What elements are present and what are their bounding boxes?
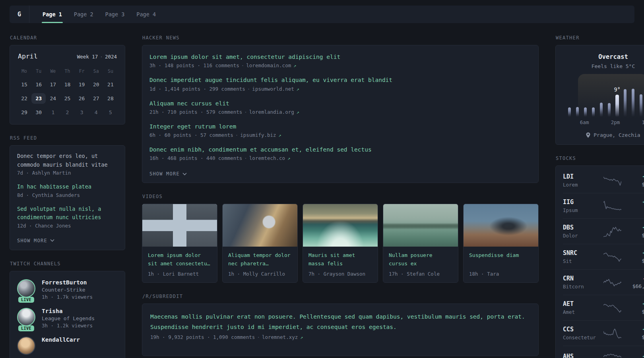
calendar-year: 2024 bbox=[105, 54, 117, 60]
page-tabs: Page 1 Page 2 Page 3 Page 4 bbox=[37, 6, 162, 23]
stock-row[interactable]: AHS +0.46% bbox=[563, 346, 644, 358]
hackernews-show-more-button[interactable]: SHOW MORE bbox=[149, 171, 187, 177]
weather-widget: WEATHER Overcast Feels like 5°C 9° 6am 2… bbox=[555, 35, 644, 145]
stock-identity: CRN Bitcorn bbox=[563, 275, 599, 290]
weather-time-axis: 6am 2pm 10pm bbox=[563, 119, 644, 126]
weather-hour-slot bbox=[605, 103, 613, 117]
weather-time-label: 6am bbox=[580, 119, 589, 126]
stock-identity: LDI Lorem bbox=[563, 173, 599, 188]
stock-price: $795.18 bbox=[625, 181, 644, 187]
channel-name[interactable]: ForrestBurton bbox=[42, 279, 93, 286]
channel-avatar: LIVE bbox=[17, 279, 35, 300]
rss-show-more-button[interactable]: SHOW MORE bbox=[17, 238, 54, 243]
stock-sparkline bbox=[603, 200, 621, 212]
video-card-body: Lorem ipsum dolor sit amet consectetu… 1… bbox=[142, 247, 217, 282]
calendar-weekday: Mo bbox=[17, 66, 31, 76]
stock-row[interactable]: IIG Ipsum +2.84% $42.04 bbox=[563, 193, 644, 218]
page-tab[interactable]: Page 1 bbox=[37, 6, 68, 23]
hn-story-title-link[interactable]: Donec enim nibh, condimentum et accumsan… bbox=[149, 146, 531, 154]
hn-story-title-link[interactable]: Integer eget rutrum lorem bbox=[149, 123, 531, 130]
external-link-icon: ↗ bbox=[287, 156, 290, 161]
video-card[interactable]: Mauris sit amet massa felis 7h · Grayson… bbox=[303, 204, 378, 283]
calendar-weekday: We bbox=[46, 66, 60, 76]
page-tab[interactable]: Page 2 bbox=[68, 6, 99, 23]
stock-name: Amet bbox=[563, 309, 599, 315]
calendar-weekday: Tu bbox=[31, 66, 46, 76]
weather-time-label: 2pm bbox=[611, 119, 620, 126]
video-card[interactable]: Suspendisse diam 18h · Tara bbox=[463, 204, 539, 283]
app-logo[interactable]: G bbox=[10, 6, 29, 23]
separator-dot: · bbox=[247, 86, 250, 92]
video-title-link[interactable]: Aliquam tempor dolor nec pharetra… bbox=[228, 251, 292, 268]
hn-story-domain-link[interactable]: ipsumworld.net bbox=[252, 86, 294, 92]
hn-story-domain-link[interactable]: loremlandia.org bbox=[249, 109, 294, 115]
hn-story-title-link[interactable]: Donec imperdiet augue tincidunt felis al… bbox=[149, 76, 531, 84]
channel-name[interactable]: KendallCarr bbox=[42, 337, 80, 343]
stock-identity: IIG Ipsum bbox=[563, 198, 599, 213]
weather-bars: 9° bbox=[565, 78, 644, 117]
hn-story-domain-link[interactable]: ipsumify.biz bbox=[240, 132, 276, 138]
stock-row[interactable]: CCS Consectetur +0.51% $165.84 bbox=[563, 320, 644, 346]
stock-price: $499.72 bbox=[625, 309, 644, 315]
stock-row[interactable]: AET Amet +0.92% $499.72 bbox=[563, 295, 644, 320]
right-column: WEATHER Overcast Feels like 5°C 9° 6am 2… bbox=[555, 35, 644, 358]
weather-time-label: 10pm bbox=[642, 119, 644, 126]
calendar-widget-title: CALENDAR bbox=[10, 35, 125, 41]
calendar-weekday: Sa bbox=[89, 66, 103, 76]
subreddit-post-domain-link[interactable]: loremnet.xyz bbox=[262, 334, 298, 340]
stock-sparkline bbox=[603, 226, 621, 237]
calendar-day: 22 bbox=[17, 93, 31, 104]
stock-identity: SNRC Sit bbox=[563, 249, 599, 264]
external-link-icon: ↗ bbox=[297, 109, 299, 115]
twitch-channel-row[interactable]: LIVE ForrestBurton Counter-Strike 1h · 1… bbox=[17, 279, 118, 300]
video-title-link[interactable]: Lorem ipsum dolor sit amet consectetu… bbox=[148, 251, 211, 268]
stock-row[interactable]: CRN Bitcorn -1.00% $66,171.48 bbox=[563, 269, 644, 295]
dashboard-columns: CALENDAR April Week 17·2024 Mo Tu We Th … bbox=[10, 35, 634, 358]
rss-item: Donec tempor eros leo, ut commodo mauris… bbox=[17, 152, 118, 176]
video-title-link[interactable]: Mauris sit amet massa felis bbox=[308, 251, 372, 268]
rss-item-title-link[interactable]: Donec tempor eros leo, ut commodo mauris… bbox=[17, 152, 118, 169]
channel-name[interactable]: Trisha bbox=[42, 308, 95, 314]
video-card[interactable]: Lorem ipsum dolor sit amet consectetu… 1… bbox=[142, 204, 217, 283]
stock-change: +2.84% bbox=[625, 199, 644, 205]
stock-values: -1.00% $66,171.48 bbox=[625, 275, 644, 289]
stock-change: -1.00% bbox=[625, 275, 644, 282]
weather-time-label bbox=[603, 119, 611, 126]
twitch-channel-row[interactable]: LIVE Trisha League of Legends 3h · 1.2k … bbox=[17, 308, 118, 329]
page-tab[interactable]: Page 3 bbox=[99, 6, 131, 23]
stock-row[interactable]: SNRC Sit +1.36% $148.64 bbox=[563, 244, 644, 269]
channel-meta: 1h · 1.7k viewers bbox=[42, 294, 93, 300]
weather-hour-slot bbox=[589, 107, 597, 117]
hn-story-domain-link[interactable]: loremdomain.com bbox=[246, 62, 291, 68]
video-title-link[interactable]: Nullam posuere cursus ex bbox=[389, 251, 452, 268]
stock-sparkline bbox=[603, 175, 621, 187]
weather-bar bbox=[600, 103, 603, 117]
rss-item-title-link[interactable]: Sed volutpat nulla nisl, a condimentum n… bbox=[17, 205, 118, 222]
page-tab[interactable]: Page 4 bbox=[130, 6, 162, 23]
hn-story-stats: 6h · 60 points · 57 comments bbox=[149, 132, 233, 138]
hn-story-meta: 3h · 148 points · 116 comments·loremdoma… bbox=[149, 62, 531, 68]
video-card[interactable]: Aliquam tempor dolor nec pharetra… 1h · … bbox=[222, 204, 298, 283]
stock-values: +2.84% $42.04 bbox=[625, 199, 644, 213]
calendar-weekday: Th bbox=[60, 66, 74, 76]
stocks-widget-title: STOCKS bbox=[556, 156, 644, 161]
video-title-link[interactable]: Suspendisse diam bbox=[469, 251, 533, 268]
calendar-day: 18 bbox=[60, 79, 74, 90]
hn-story-title-link[interactable]: Lorem ipsum dolor sit amet, consectetur … bbox=[149, 53, 531, 61]
calendar-day: 2 bbox=[60, 107, 74, 118]
subreddit-post-title-link[interactable]: Maecenas mollis pulvinar erat non posuer… bbox=[150, 312, 530, 332]
rss-list: Donec tempor eros leo, ut commodo mauris… bbox=[17, 152, 118, 229]
channel-meta: 3h · 1.2k viewers bbox=[42, 323, 95, 329]
video-card-body: Aliquam tempor dolor nec pharetra… 1h · … bbox=[223, 247, 297, 282]
stock-row[interactable]: DBS Dolor +1.42% $156.28 bbox=[563, 218, 644, 244]
channel-avatar: LIVE bbox=[17, 308, 35, 329]
video-card-body: Nullam posuere cursus ex 17h · Stefan Co… bbox=[383, 247, 458, 282]
video-card[interactable]: Nullam posuere cursus ex 17h · Stefan Co… bbox=[383, 204, 458, 283]
stock-row[interactable]: LDI Lorem +4.35% $795.18 bbox=[563, 168, 644, 193]
middle-column: HACKER NEWS Lorem ipsum dolor sit amet, … bbox=[142, 35, 539, 358]
weather-hour-slot: 9° bbox=[613, 86, 621, 117]
hn-story-domain-link[interactable]: loremtech.co bbox=[249, 155, 285, 161]
twitch-channel-row[interactable]: LIVE KendallCarr bbox=[17, 337, 118, 355]
hn-story-title-link[interactable]: Aliquam nec cursus elit bbox=[149, 99, 531, 107]
rss-item-title-link[interactable]: In hac habitasse platea bbox=[17, 183, 118, 191]
